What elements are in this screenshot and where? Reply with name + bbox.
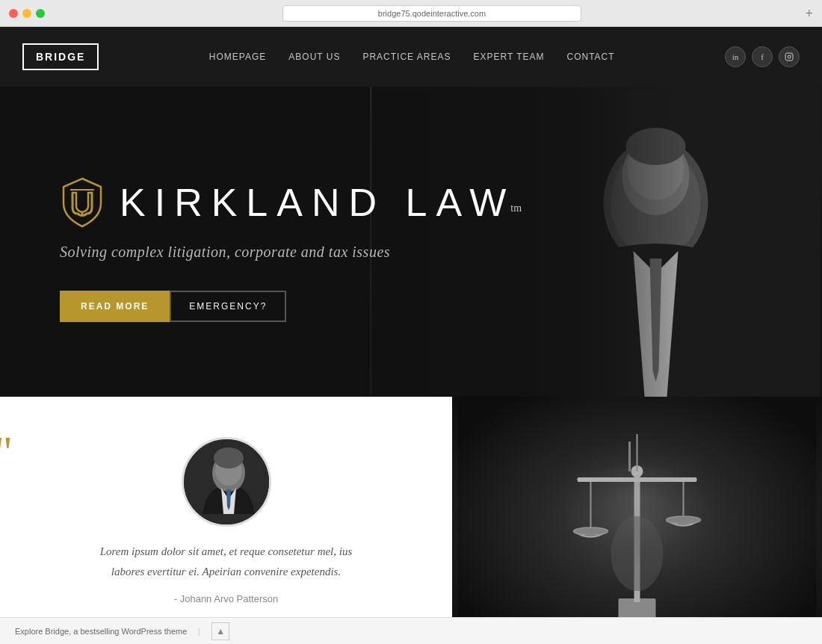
hero-buttons: READ MORE EMERGENCY?	[60, 291, 522, 322]
maximize-dot[interactable]	[36, 9, 45, 18]
minimize-dot[interactable]	[22, 9, 31, 18]
brand-tm: tm	[510, 202, 522, 214]
bottom-bar: Explore Bridge, a bestselling WordPress …	[0, 617, 822, 644]
brand-title: KIRKLAND LAW	[120, 181, 515, 224]
justice-image	[452, 397, 822, 644]
linkedin-icon[interactable]: in	[725, 46, 746, 67]
nav-logo[interactable]: BRIDGE	[22, 43, 99, 70]
nav-link-contact[interactable]: CONTACT	[567, 52, 615, 62]
testimonial-section: " Lorem i	[0, 397, 452, 644]
scroll-up-button[interactable]: ▲	[211, 622, 229, 640]
bottom-bar-text: Explore Bridge, a bestselling WordPress …	[15, 627, 187, 636]
svg-point-2	[791, 55, 791, 55]
testimonial-author: - Johann Arvo Patterson	[174, 593, 278, 604]
justice-visual	[452, 397, 822, 644]
nav-link-practice[interactable]: PRACTICE AREAS	[362, 52, 451, 62]
bottom-section: " Lorem i	[0, 397, 822, 644]
svg-point-14	[214, 448, 244, 468]
hero-content: KIRKLAND LAW tm Solving complex litigati…	[0, 161, 522, 322]
read-more-button[interactable]: READ MORE	[60, 291, 170, 322]
nav-link-team[interactable]: EXPERT TEAM	[473, 52, 544, 62]
hero-subtitle: Solving complex litigation, corporate an…	[60, 244, 522, 261]
emergency-button[interactable]: EMERGENCY?	[170, 291, 286, 322]
nav-link-about[interactable]: ABOUT US	[288, 52, 340, 62]
nav-social: in f	[725, 46, 800, 67]
window-controls	[9, 9, 45, 18]
svg-rect-29	[458, 397, 817, 644]
nav-links: HOMEPAGE ABOUT US PRACTICE AREAS EXPERT …	[209, 52, 615, 62]
hero-section: KIRKLAND LAW tm Solving complex litigati…	[0, 87, 822, 397]
close-dot[interactable]	[9, 9, 18, 18]
avatar	[182, 437, 271, 527]
bottom-bar-divider: |	[198, 627, 200, 636]
testimonial-text: Lorem ipsum dolor sit amet, et reque con…	[84, 542, 368, 582]
svg-rect-0	[785, 53, 793, 61]
instagram-icon[interactable]	[779, 46, 800, 67]
svg-point-1	[788, 55, 791, 58]
nav-link-homepage[interactable]: HOMEPAGE	[209, 52, 266, 62]
address-bar[interactable]: bridge75.qodeinteractive.com	[282, 5, 581, 22]
facebook-icon[interactable]: f	[752, 46, 773, 67]
navbar: BRIDGE HOMEPAGE ABOUT US PRACTICE AREAS …	[0, 27, 822, 87]
new-tab-button[interactable]: +	[806, 7, 813, 20]
browser-chrome: bridge75.qodeinteractive.com +	[0, 0, 822, 27]
brand-title-container: KIRKLAND LAW tm	[120, 180, 522, 225]
brand-shield-icon	[60, 176, 105, 229]
quote-icon: "	[0, 430, 13, 474]
hero-brand: KIRKLAND LAW tm	[60, 176, 522, 229]
